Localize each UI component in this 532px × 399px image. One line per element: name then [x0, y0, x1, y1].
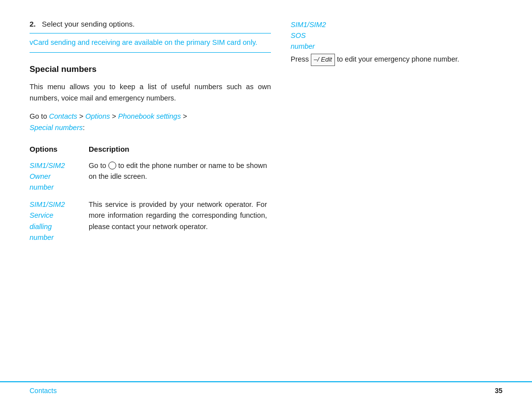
step2-number: 2. [30, 20, 36, 28]
page-footer: Contacts 35 [0, 381, 532, 399]
number-label: number [30, 183, 54, 191]
special-numbers-body: This menu allows you to keep a list of u… [30, 81, 271, 104]
step2-heading: 2. Select your sending options. [30, 20, 271, 28]
vcard-note-box: vCard sending and receiving are availabl… [30, 33, 271, 53]
description-owner: Go to to edit the phone number or name t… [89, 157, 271, 196]
table-row: SIM1/SIM2 Service dialling number This s… [30, 196, 271, 246]
vcard-note-text: vCard sending and receiving are availabl… [30, 37, 271, 48]
contacts-link: Contacts [49, 112, 77, 120]
col-options-header: Options [30, 143, 89, 157]
sos-label: SOS [291, 32, 306, 39]
sos-description: Press –/ Edit to edit your emergency pho… [291, 54, 502, 66]
sim2-label: SIM2 [48, 162, 65, 169]
sim2-service-label: SIM2 [48, 200, 65, 208]
sos-number-label: number [291, 42, 315, 50]
sos-option-label: SIM1/SIM2 SOS number [291, 20, 502, 52]
description-service: This service is provided by your network… [89, 196, 271, 246]
special-numbers-link: Special numbers [30, 124, 83, 132]
service-label: Service [30, 211, 53, 219]
edit-button-icon: –/ Edit [311, 54, 335, 66]
special-numbers-title: Special numbers [30, 65, 271, 74]
owner-label: Owner [30, 172, 51, 180]
col-description-header: Description [89, 143, 271, 157]
dialling-label: dialling [30, 223, 52, 231]
step2-text: Select your sending options. [42, 20, 134, 28]
option-sim-service: SIM1/SIM2 Service dialling number [30, 196, 89, 246]
sos-section: SIM1/SIM2 SOS number Press –/ Edit to ed… [291, 20, 502, 66]
sim2-sos-label: SIM2 [309, 21, 326, 29]
footer-page-number: 35 [495, 387, 502, 395]
options-table: Options Description SIM1/SIM2 Owner numb… [30, 143, 271, 246]
goto-line: Go to Contacts > Options > Phonebook set… [30, 111, 271, 133]
table-row: SIM1/SIM2 Owner number Go to to edit the… [30, 157, 271, 196]
footer-label: Contacts [30, 387, 57, 395]
circle-icon [108, 162, 116, 169]
sim1-sos-label: SIM1 [291, 21, 307, 29]
sim1-label: SIM1 [30, 162, 46, 169]
number-service-label: number [30, 233, 54, 241]
options-link: Options [85, 112, 110, 120]
sim1-service-label: SIM1 [30, 200, 46, 208]
phonebook-settings-link: Phonebook settings [118, 112, 181, 120]
option-sim-owner: SIM1/SIM2 Owner number [30, 157, 89, 196]
right-column: SIM1/SIM2 SOS number Press –/ Edit to ed… [291, 20, 502, 399]
